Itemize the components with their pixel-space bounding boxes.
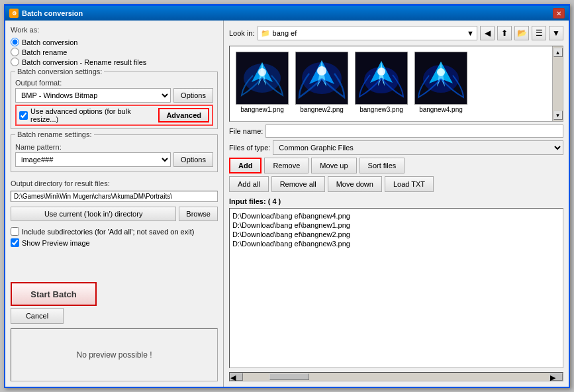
input-file-item-1: D:\Download\bang ef\bangnew4.png	[232, 211, 560, 220]
action-buttons-row1: Add Remove Move up Sort files	[229, 158, 563, 173]
advanced-button[interactable]: Advanced	[158, 108, 209, 122]
close-button[interactable]: ✕	[553, 8, 565, 19]
scroll-down-button[interactable]: ▼	[553, 111, 563, 120]
work-as-label: Work as:	[11, 26, 218, 34]
output-format-select[interactable]: BMP - Windows Bitmap	[15, 88, 171, 103]
scroll-up-button[interactable]: ▲	[553, 48, 563, 57]
thumbnail-label-3: bangnew3.png	[359, 106, 403, 113]
batch-rename-label: Batch rename settings:	[15, 130, 94, 138]
batch-rename-group: Batch rename settings: Name pattern: ima…	[11, 134, 218, 172]
input-file-item-4: D:\Download\bang ef\bangnew3.png	[232, 239, 560, 248]
back-button[interactable]: ◀	[480, 26, 495, 40]
name-pattern-label: Name pattern:	[15, 143, 213, 151]
file-name-input[interactable]	[265, 124, 563, 138]
lookin-bar: Look in: 📁 bang ef ▼ ◀ ⬆ 📂 ☰ ▼	[229, 26, 563, 40]
options-button[interactable]: Options	[173, 88, 213, 103]
scroll-left-button[interactable]: ◀	[230, 373, 243, 381]
main-window: ⚙ Batch conversion ✕ Work as: Batch conv…	[4, 4, 570, 388]
name-pattern-row: image### Options	[15, 152, 213, 167]
use-current-dir-button[interactable]: Use current ('look in') directory	[11, 207, 176, 221]
include-subdirs-label: Include subdirectories (for 'Add all'; n…	[22, 228, 194, 236]
svg-point-5	[317, 66, 326, 75]
thumbnails-scrollbar: ▲ ▼	[552, 46, 563, 121]
preview-area: No preview possible !	[11, 328, 218, 381]
svg-point-8	[377, 68, 385, 75]
radio-batch-conversion-rename[interactable]: Batch conversion - Rename result files	[11, 58, 218, 66]
output-format-row: BMP - Windows Bitmap Options	[15, 88, 213, 103]
thumbnail-image-1	[236, 52, 289, 105]
lookin-value: bang ef	[273, 29, 297, 37]
files-type-select[interactable]: Common Graphic Files	[273, 140, 563, 155]
scrollbar-track-h	[243, 373, 550, 380]
file-name-label: File name:	[229, 127, 263, 135]
batch-settings-label: Batch conversion settings:	[15, 68, 104, 75]
add-all-button[interactable]: Add all	[229, 176, 269, 192]
batch-settings-group: Batch conversion settings: Output format…	[11, 72, 218, 129]
left-panel: Work as: Batch conversion Batch rename B…	[5, 21, 224, 387]
advanced-options-checkbox[interactable]	[19, 111, 28, 120]
window-icon: ⚙	[9, 9, 19, 18]
files-type-label: Files of type:	[229, 144, 270, 152]
output-format-label: Output format:	[15, 79, 213, 87]
radio-batch-conversion-rename-input[interactable]	[11, 58, 19, 66]
show-preview-checkbox[interactable]	[11, 238, 19, 247]
include-subdirs-row[interactable]: Include subdirectories (for 'Add all'; n…	[11, 227, 218, 236]
cancel-button[interactable]: Cancel	[11, 308, 64, 324]
output-dir-value: D:\Games\Mini\Win Mugen\chars\AkumaDM\Po…	[11, 191, 218, 202]
work-as-radio-group: Batch conversion Batch rename Batch conv…	[11, 38, 218, 66]
svg-point-11	[437, 68, 445, 76]
view-button[interactable]: ☰	[532, 26, 546, 40]
browse-button[interactable]: Browse	[179, 207, 218, 221]
add-button[interactable]: Add	[229, 158, 262, 173]
view-options-button[interactable]: ▼	[549, 26, 563, 40]
input-file-item-2: D:\Download\bang ef\bangnew1.png	[232, 220, 560, 230]
new-folder-button[interactable]: 📂	[514, 26, 529, 40]
output-dir-label: Output directory for result files:	[11, 179, 218, 187]
thumbnail-image-3	[355, 52, 408, 105]
dir-buttons-row: Use current ('look in') directory Browse	[11, 207, 218, 221]
thumbnail-item-4[interactable]: bangnew4.png	[414, 52, 468, 116]
sort-files-button[interactable]: Sort files	[359, 158, 405, 173]
move-up-button[interactable]: Move up	[311, 158, 356, 173]
up-button[interactable]: ⬆	[497, 26, 512, 40]
input-files-list[interactable]: D:\Download\bang ef\bangnew4.png D:\Down…	[229, 208, 563, 368]
thumbnail-label-4: bangnew4.png	[419, 106, 463, 113]
thumbnail-label-1: bangnew1.png	[240, 106, 284, 113]
input-file-item-3: D:\Download\bang ef\bangnew2.png	[232, 230, 560, 239]
bottom-section: Start Batch Cancel No preview possible !	[11, 282, 218, 381]
thumbnail-image-4	[414, 52, 467, 105]
start-batch-button[interactable]: Start Batch	[11, 282, 97, 306]
radio-batch-rename-input[interactable]	[11, 48, 19, 56]
input-files-label: Input files: ( 4 )	[229, 197, 563, 205]
scroll-right-button[interactable]: ▶	[550, 373, 563, 381]
thumbnail-image-2	[295, 52, 348, 105]
right-panel: Look in: 📁 bang ef ▼ ◀ ⬆ 📂 ☰ ▼	[224, 21, 569, 387]
name-pattern-select[interactable]: image###	[15, 152, 171, 167]
scrollbar-thumb-h	[269, 373, 309, 380]
show-preview-row[interactable]: Show Preview image	[11, 238, 218, 247]
advanced-options-label: Use advanced options (for bulk resize...…	[30, 107, 156, 123]
remove-button[interactable]: Remove	[264, 158, 309, 173]
files-type-row: Files of type: Common Graphic Files	[229, 140, 563, 155]
load-txt-button[interactable]: Load TXT	[385, 176, 434, 192]
thumbnail-item-3[interactable]: bangnew3.png	[354, 52, 408, 116]
include-subdirs-checkbox[interactable]	[11, 227, 19, 236]
svg-point-2	[258, 68, 266, 76]
remove-all-button[interactable]: Remove all	[271, 176, 325, 192]
thumbnail-item-1[interactable]: bangnew1.png	[235, 52, 289, 116]
thumbnails-grid: bangnew1.png	[230, 46, 552, 121]
file-name-row: File name:	[229, 124, 563, 138]
lookin-dropdown[interactable]: 📁 bang ef ▼	[258, 26, 477, 40]
folder-icon: 📁	[261, 29, 270, 38]
lookin-dropdown-arrow: ▼	[467, 29, 474, 37]
radio-batch-rename[interactable]: Batch rename	[11, 48, 218, 56]
titlebar-left: ⚙ Batch conversion	[9, 9, 83, 18]
action-buttons-row2: Add all Remove all Move down Load TXT	[229, 176, 563, 192]
radio-batch-conversion-input[interactable]	[11, 38, 19, 46]
bottom-scrollbar[interactable]: ◀ ▶	[229, 372, 563, 381]
thumbnail-item-2[interactable]: bangnew2.png	[295, 52, 349, 116]
rename-options-button[interactable]: Options	[173, 152, 213, 167]
radio-batch-conversion[interactable]: Batch conversion	[11, 38, 218, 46]
move-down-button[interactable]: Move down	[328, 176, 382, 192]
advanced-options-row: Use advanced options (for bulk resize...…	[15, 105, 213, 126]
